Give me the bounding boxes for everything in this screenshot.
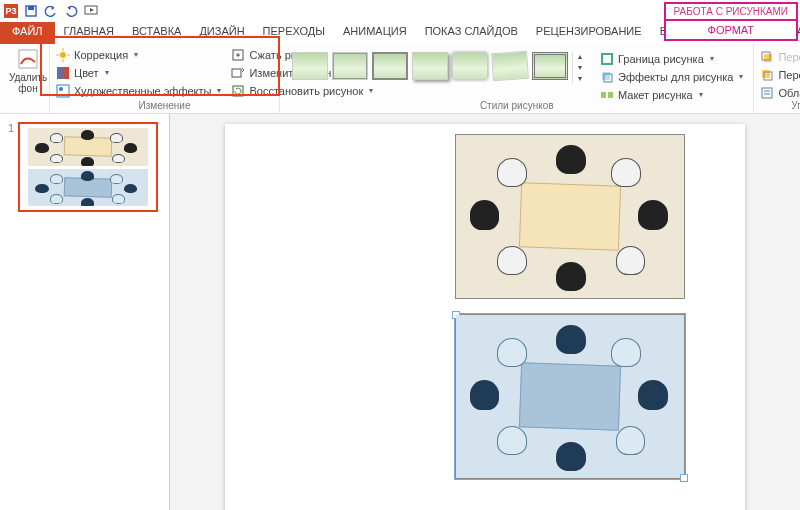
send-backward-icon — [760, 68, 774, 82]
tab-home[interactable]: ГЛАВНАЯ — [55, 22, 123, 44]
slide-canvas[interactable] — [225, 124, 745, 510]
group-picture-styles: ▴▾▾ Граница рисунка▾ Эффекты для рисунка… — [280, 44, 754, 113]
color-icon — [56, 66, 70, 80]
group-adjust-label: Изменение — [50, 100, 279, 111]
tab-design[interactable]: ДИЗАЙН — [190, 22, 253, 44]
remove-background-label: Удалить фон — [9, 72, 47, 94]
style-thumb[interactable] — [372, 52, 408, 80]
picture-tools-title: РАБОТА С РИСУНКАМИ — [664, 2, 798, 19]
style-thumb[interactable] — [332, 52, 368, 80]
group-picture-styles-label: Стили рисунков — [280, 100, 753, 111]
style-thumb[interactable] — [452, 52, 488, 80]
save-icon[interactable] — [24, 4, 38, 18]
svg-rect-16 — [602, 72, 610, 80]
style-thumb[interactable] — [532, 52, 568, 80]
send-backward-label: Переместить назад — [778, 69, 800, 81]
ribbon-tabstrip: ФАЙЛ ГЛАВНАЯ ВСТАВКА ДИЗАЙН ПЕРЕХОДЫ АНИ… — [0, 22, 800, 44]
svg-point-11 — [59, 87, 63, 91]
picture-style-gallery[interactable]: ▴▾▾ — [286, 46, 592, 101]
bring-forward-label: Переместить вперед — [778, 51, 800, 63]
remove-background-icon — [17, 48, 39, 70]
picture-border-icon — [600, 52, 614, 66]
color-label: Цвет — [74, 67, 99, 79]
svg-rect-19 — [608, 92, 613, 98]
change-picture-icon — [231, 66, 245, 80]
redo-icon[interactable] — [64, 4, 78, 18]
svg-rect-9 — [57, 67, 69, 79]
svg-rect-15 — [602, 54, 612, 64]
picture-border-label: Граница рисунка — [618, 53, 704, 65]
svg-rect-22 — [762, 70, 770, 78]
svg-point-4 — [60, 52, 66, 58]
tab-transitions[interactable]: ПЕРЕХОДЫ — [254, 22, 334, 44]
selection-pane-button[interactable]: Область выделения — [760, 84, 800, 101]
start-slideshow-icon[interactable] — [84, 4, 98, 18]
tab-file[interactable]: ФАЙЛ — [0, 22, 55, 44]
svg-rect-24 — [762, 88, 772, 98]
picture-effects-icon — [600, 70, 614, 84]
svg-rect-13 — [232, 69, 241, 77]
artistic-effects-button[interactable]: Художественные эффекты▾ — [56, 82, 221, 99]
style-thumb[interactable] — [491, 51, 529, 81]
picture-effects-button[interactable]: Эффекты для рисунка▾ — [600, 68, 743, 85]
ribbon: Удалить фон Коррекция▾ Цвет▾ Художествен… — [0, 44, 800, 114]
corrections-button[interactable]: Коррекция▾ — [56, 46, 221, 63]
style-thumb[interactable] — [412, 52, 448, 80]
artistic-effects-label: Художественные эффекты — [74, 85, 211, 97]
selection-pane-label: Область выделения — [778, 87, 800, 99]
group-adjust: Коррекция▾ Цвет▾ Художественные эффекты▾… — [50, 44, 280, 113]
svg-rect-10 — [57, 85, 69, 97]
picture-layout-label: Макет рисунка — [618, 89, 693, 101]
picture-effects-label: Эффекты для рисунка — [618, 71, 733, 83]
color-button[interactable]: Цвет▾ — [56, 64, 221, 81]
slide-thumbnail-1[interactable] — [18, 122, 158, 212]
remove-background-button[interactable]: Удалить фон — [6, 46, 50, 94]
picture-recolored-selected[interactable] — [455, 314, 685, 479]
tab-animation[interactable]: АНИМАЦИЯ — [334, 22, 416, 44]
gallery-more-button[interactable]: ▴▾▾ — [572, 52, 586, 83]
picture-tools-context: РАБОТА С РИСУНКАМИ ФОРМАТ — [664, 2, 798, 41]
powerpoint-app-icon: P3 — [4, 4, 18, 18]
svg-rect-18 — [601, 92, 606, 98]
picture-border-button[interactable]: Граница рисунка▾ — [600, 50, 743, 67]
slide-editor[interactable] — [170, 114, 800, 510]
workspace: 1 — [0, 114, 800, 510]
selection-pane-icon — [760, 86, 774, 100]
tab-format[interactable]: ФОРМАТ — [664, 19, 798, 41]
corrections-label: Коррекция — [74, 49, 128, 61]
undo-icon[interactable] — [44, 4, 58, 18]
compress-icon — [231, 48, 245, 62]
style-thumb[interactable] — [292, 52, 328, 80]
slide-number: 1 — [8, 122, 14, 134]
reset-icon — [231, 84, 245, 98]
tab-slideshow[interactable]: ПОКАЗ СЛАЙДОВ — [416, 22, 527, 44]
brightness-icon — [56, 48, 70, 62]
tab-review[interactable]: РЕЦЕНЗИРОВАНИЕ — [527, 22, 651, 44]
send-backward-button[interactable]: Переместить назад▾ — [760, 66, 800, 83]
svg-rect-1 — [28, 6, 34, 10]
tab-insert[interactable]: ВСТАВКА — [123, 22, 190, 44]
artistic-effects-icon — [56, 84, 70, 98]
bring-forward-button[interactable]: Переместить вперед — [760, 48, 800, 65]
group-arrange: Переместить вперед Переместить назад▾ Об… — [754, 44, 800, 113]
slide-thumbnail-pane[interactable]: 1 — [0, 114, 170, 510]
group-arrange-label: Упорядочение — [754, 100, 800, 111]
group-remove-background: Удалить фон — [0, 44, 50, 113]
svg-rect-20 — [764, 54, 772, 62]
bring-forward-icon — [760, 50, 774, 64]
picture-original[interactable] — [455, 134, 685, 299]
